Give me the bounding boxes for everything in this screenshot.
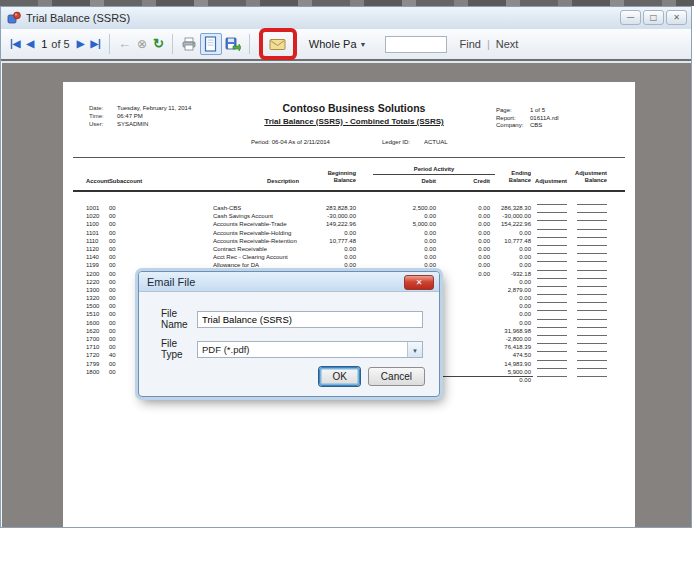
- email-button[interactable]: [267, 33, 289, 55]
- time-label: Time:: [89, 112, 117, 120]
- back-button[interactable]: ←: [115, 35, 134, 53]
- date-label: Date:: [89, 104, 117, 112]
- cell-ending-balance: 0.00: [471, 302, 531, 310]
- refresh-button[interactable]: ↻: [150, 35, 167, 53]
- file-type-select[interactable]: PDF (*.pdf) ▼: [197, 341, 423, 358]
- current-page-value[interactable]: 1: [41, 38, 47, 50]
- last-page-button[interactable]: ▶|: [87, 35, 104, 53]
- adjustment-blank-line: [537, 270, 567, 271]
- adjustment-blank-line: [537, 343, 567, 344]
- adjustment-blank-line: [537, 212, 567, 213]
- cancel-button[interactable]: Cancel: [368, 367, 425, 386]
- cell-ending-balance: 0.00: [471, 253, 531, 261]
- cell-debit: 0.00: [376, 261, 436, 269]
- stop-button[interactable]: ⊗: [134, 35, 150, 53]
- email-envelope-icon: [269, 38, 286, 51]
- report-period-row: Period: 06-04 As of 2/11/2014 Ledger ID:…: [251, 139, 448, 145]
- ok-button[interactable]: OK: [319, 367, 359, 386]
- file-name-input[interactable]: [197, 311, 423, 328]
- zoom-select-value: Whole Pa: [309, 38, 357, 50]
- adjustment-blank-line: [537, 376, 567, 377]
- cell-account: 1199: [86, 261, 108, 269]
- report-toolbar: |◀ ◀ 1 of 5 ▶ ▶| ← ⊗ ↻: [1, 29, 691, 61]
- print-button[interactable]: [178, 33, 200, 55]
- export-button[interactable]: [222, 33, 244, 55]
- adjustment-balance-blank-line: [577, 229, 607, 230]
- cell-debit: 0.00: [376, 245, 436, 253]
- table-row: 1120 00 Contract Receivable 0.00 0.00 0.…: [63, 245, 635, 253]
- zoom-select[interactable]: Whole Pa ▼: [309, 38, 367, 50]
- adjustment-blank-line: [537, 310, 567, 311]
- table-row: 1140 00 Acct Rec - Clearing Account 0.00…: [63, 253, 635, 261]
- cell-debit: 0.00: [376, 229, 436, 237]
- adjustment-blank-line: [537, 319, 567, 320]
- first-page-button[interactable]: |◀: [7, 35, 24, 53]
- adjustment-blank-line: [537, 351, 567, 352]
- adjustment-balance-blank-line: [577, 335, 607, 336]
- toolbar-separator: [172, 34, 173, 54]
- page-count-label: of 5: [51, 38, 69, 50]
- cell-ending-balance: 5,900.00: [471, 368, 531, 376]
- adjustment-balance-blank-line: [577, 220, 607, 221]
- cell-subaccount: 00: [109, 261, 125, 269]
- adjustment-blank-line: [537, 237, 567, 238]
- next-page-button[interactable]: ▶: [74, 35, 88, 53]
- adjustment-blank-line: [537, 204, 567, 205]
- adjustment-balance-blank-line: [577, 376, 607, 377]
- cell-debit: 0.00: [376, 237, 436, 245]
- cell-subaccount: 00: [109, 302, 125, 310]
- select-arrow-button[interactable]: ▼: [407, 342, 422, 357]
- app-icon: [7, 11, 21, 25]
- cell-account: 1101: [86, 229, 108, 237]
- cell-account: 1710: [86, 343, 108, 351]
- time-value: 06:47 PM: [117, 112, 143, 120]
- window-titlebar: Trial Balance (SSRS) — □ ✕: [1, 7, 691, 29]
- cell-debit: 0.00: [376, 253, 436, 261]
- cell-ending-balance: 0.00: [471, 319, 531, 327]
- cell-beginning-balance: -30,000.00: [296, 212, 356, 220]
- adjustment-balance-blank-line: [577, 302, 607, 303]
- page-label: Page:: [496, 107, 530, 115]
- adjustment-blank-line: [537, 302, 567, 303]
- screen: Trial Balance (SSRS) — □ ✕ |◀ ◀ 1 of 5 ▶…: [0, 0, 694, 572]
- toolbar-separator: [249, 34, 250, 54]
- adjustment-balance-blank-line: [577, 212, 607, 213]
- table-row: 1199 00 Allowance for DA 0.00 0.00 0.00 …: [63, 261, 635, 269]
- cell-beginning-balance: 0.00: [296, 245, 356, 253]
- cell-beginning-balance: 0.00: [296, 229, 356, 237]
- cell-ending-balance: -932.18: [471, 270, 531, 278]
- adjustment-balance-blank-line: [577, 270, 607, 271]
- next-match-button[interactable]: Next: [493, 38, 522, 50]
- file-name-label: File Name: [139, 308, 197, 330]
- ledger-label: Ledger ID:: [382, 139, 410, 145]
- cell-beginning-balance: 0.00: [296, 253, 356, 261]
- table-row: 1020 00 Cash Savings Account -30,000.00 …: [63, 212, 635, 220]
- page-value: 1 of 5: [530, 107, 559, 115]
- user-label: User:: [89, 120, 117, 128]
- find-button[interactable]: Find: [457, 38, 484, 50]
- cell-ending-balance: 0.00: [471, 229, 531, 237]
- cell-subaccount: 00: [109, 253, 125, 261]
- ledger-value: ACTUAL: [424, 139, 448, 145]
- file-type-value: PDF (*.pdf): [202, 344, 250, 355]
- print-layout-button[interactable]: [200, 33, 222, 55]
- search-input[interactable]: [385, 36, 447, 53]
- cell-subaccount: 00: [109, 212, 125, 220]
- adjustment-blank-line: [537, 286, 567, 287]
- cell-ending-balance: 0.00: [471, 294, 531, 302]
- cell-subaccount: 00: [109, 319, 125, 327]
- dialog-close-button[interactable]: ✕: [404, 275, 434, 290]
- maximize-button[interactable]: □: [643, 10, 664, 25]
- minimize-button[interactable]: —: [620, 10, 641, 25]
- prev-page-button[interactable]: ◀: [24, 35, 38, 53]
- column-header-subaccount: Subaccount: [109, 178, 142, 185]
- cell-account: 1140: [86, 253, 108, 261]
- cell-account: 1320: [86, 294, 108, 302]
- close-button[interactable]: ✕: [666, 10, 687, 25]
- cell-account: 1020: [86, 212, 108, 220]
- cell-ending-balance: 14,983.90: [471, 360, 531, 368]
- cell-account: 1720: [86, 351, 108, 359]
- column-header-adjustment-balance: AdjustmentBalance: [557, 170, 607, 184]
- cell-debit: 5,000.00: [376, 220, 436, 228]
- period-value: Period: 06-04 As of 2/11/2014: [251, 139, 330, 145]
